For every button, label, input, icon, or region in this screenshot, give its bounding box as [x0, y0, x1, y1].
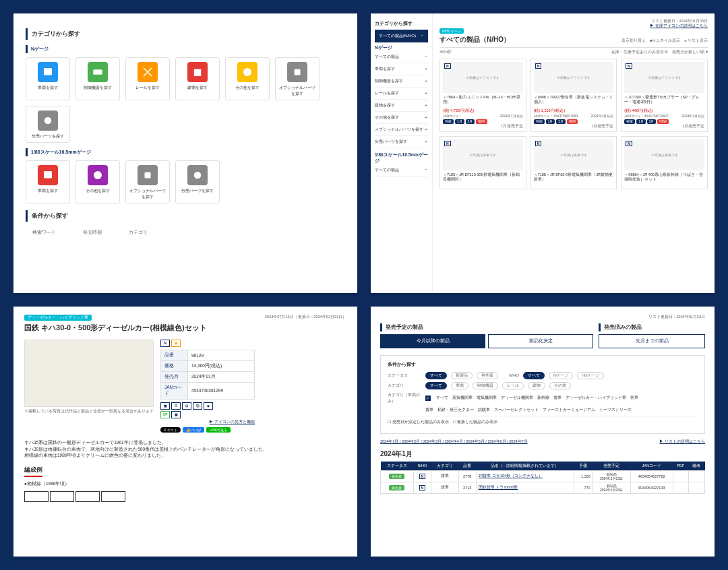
cat-other[interactable]: その他を探す [225, 57, 270, 100]
controller-icon [88, 62, 108, 82]
tab-decided[interactable]: 製品化決定 [488, 334, 593, 348]
feature-icon: ▣ [160, 402, 170, 410]
list-help-link[interactable]: ▶ リストの説明はこちら [659, 439, 705, 444]
filter-option[interactable]: トーマスシリーズ [599, 407, 632, 413]
category-pill: ディーゼルカー・ハイブリッド車 [24, 315, 92, 321]
cat-ho-optional[interactable]: オプショナルパーツを探す [125, 160, 170, 203]
filter-option[interactable]: 電気機関車 [477, 395, 497, 401]
table-row[interactable]: 再生産 N 貨車2778 JR貨車 コキ104形（コンテナなし） 1,100 新… [381, 470, 705, 482]
formation-sub: ●相模線（1986年頃） [24, 481, 346, 487]
sort-options[interactable]: 在庫・生産予定ありのみ表示 ℞ 発売月が新しい順 ▾ [611, 50, 708, 55]
sidebar-item[interactable]: すべての製品→ [375, 164, 428, 177]
building-icon [187, 62, 208, 82]
filter-pill[interactable]: 新製品 [451, 372, 473, 379]
sidebar-item[interactable]: 車両を探す＋ [375, 63, 428, 75]
filter-pill[interactable]: すべて [425, 382, 447, 389]
parts-icon [287, 62, 307, 82]
filter-pill[interactable]: 再生産 [477, 372, 498, 379]
filter-pill[interactable]: 車両 [451, 382, 468, 389]
section-header: カテゴリから探す [26, 28, 345, 40]
icon-guide-link[interactable]: ▶ アイコンの見方と機能 [160, 420, 255, 424]
sidebar-sub-ho: 1/80スケール16.5mmゲージ [375, 152, 428, 164]
product-card[interactable]: N※写真は実車です ＜98864＞JR 400系山形新幹線（つばさ・登場時塗装）… [621, 136, 708, 189]
product-card[interactable]: N※画像はイラストです ＜JC7260＞密連形TNカプラー（SP・グレー・電連2… [621, 59, 708, 132]
other-icon [237, 62, 257, 82]
tab-past[interactable]: 先月までの製品 [599, 334, 705, 348]
filter-label: N/HO [509, 373, 519, 377]
view-toggle[interactable]: 表示切り替え ■サムネイル表示 ≡ リスト表示 [621, 38, 708, 43]
filter-option[interactable]: ディーゼルカー・ハイブリッド車 [566, 395, 626, 401]
n-icon: N [160, 340, 170, 347]
cat-ho-train[interactable]: 車両を探す [26, 160, 70, 203]
cat-train[interactable]: 車両を探す [26, 57, 70, 100]
filter-check[interactable]: ☐ 発売日が決定した製品のみ表示 [388, 419, 449, 425]
product-card[interactable]: N※画像はイラストです ＜0098＞TR217形台車（新集電システム・2個入） … [530, 59, 617, 132]
sidebar-item[interactable]: その他を探す＋ [375, 112, 428, 124]
filter-pill[interactable]: すべて [425, 372, 447, 379]
filter-option[interactable]: 客車 [630, 395, 638, 401]
share-x[interactable]: X ポスト [160, 427, 181, 433]
icon-help-link[interactable]: ▶ 在庫アイコンの説明はこちら [439, 24, 708, 28]
filter-option[interactable]: 新幹線 [537, 395, 549, 401]
filter-option[interactable]: 私鉄・第三セクター [437, 407, 474, 413]
svg-rect-2 [194, 69, 202, 77]
category-badge: N/HOゲージ [439, 28, 464, 34]
sidebar-item[interactable]: 建物を探す＋ [375, 100, 428, 112]
product-grid: N※画像はイラストです ＜7864＞動力ユニットFW（M−13・HC85系用） … [439, 59, 708, 189]
filter-pill[interactable]: レール [502, 382, 524, 389]
filter-labels: 検索ワード 発売時期 カテゴリ [26, 227, 345, 239]
product-card[interactable]: N※画像はイラストです ＜7864＞動力ユニットFW（M−13・HC85系用） … [439, 59, 526, 132]
product-image [24, 340, 154, 407]
sidebar-item[interactable]: 制御機器を探す＋ [375, 75, 428, 88]
filter-option[interactable]: 電車 [553, 395, 562, 401]
checkbox[interactable] [425, 395, 431, 401]
main-content: リスト更新日：2024年01月03日 ▶ 在庫アイコンの説明はこちら N/HOゲ… [433, 13, 715, 293]
table-row[interactable]: 再生産 N 貨車2713 国鉄貨車 トラ70000形 770 新製品 2024年… [381, 482, 705, 493]
filter-option[interactable]: 貨車 [425, 407, 433, 413]
cat-ho-other[interactable]: その他を探す [75, 160, 120, 203]
tab-current[interactable]: 今月以降の製品 [380, 334, 485, 348]
filter-option[interactable]: 蒸気機関車 [452, 395, 473, 401]
feature-icon: ⊡ [182, 402, 191, 410]
filter-option[interactable]: 試験車 [478, 407, 490, 413]
filter-option[interactable]: スーパーセレクトセット [494, 407, 539, 413]
filter-pill[interactable]: 制御機器 [473, 382, 498, 389]
sidebar-item[interactable]: レールを探す＋ [375, 88, 428, 100]
cat-controller[interactable]: 制御機器を探す [75, 57, 120, 100]
train-icon [38, 62, 58, 82]
sidebar-item[interactable]: オプショナルパーツを探す＋ [375, 124, 428, 136]
product-card[interactable]: N※写真は実車です ＜7188＞JR EF65-0形電気機関車（JR貨物更新車） [530, 136, 617, 189]
release-tabs: 発売予定の製品 今月以降の製品 製品化決定 発売済みの製品 先月までの製品 [380, 323, 705, 348]
filter-pill[interactable]: Nゲージ [549, 372, 573, 379]
filter-box: 条件から探す ステータス すべて 新製品 再生産 N/HO すべて Nゲージ H… [380, 355, 705, 434]
month-nav[interactable]: 2024年1月 / 2024年2月 / 2024年3月 / 2024年4月 / … [380, 439, 528, 444]
parts-icon [138, 165, 158, 185]
svg-rect-0 [44, 68, 52, 75]
sidebar-item[interactable]: 分売パーツを探す＋ [375, 136, 428, 148]
cat-sep-parts[interactable]: 分売パーツを探す [26, 106, 70, 143]
subsection-ngauge: Nゲージ [26, 45, 345, 53]
filter-header: 条件から探す [388, 361, 698, 368]
cat-ho-sep[interactable]: 分売パーツを探す [175, 160, 220, 203]
product-card[interactable]: N※写真は実車です ＜7185＞JR EF210-300形電気機関車（新鶴見機関… [439, 136, 526, 189]
filter-pill[interactable]: 建物 [528, 382, 545, 389]
filter-pill[interactable]: その他 [549, 382, 571, 389]
sidebar-active[interactable]: すべての製品(N/HO)→ [375, 30, 428, 42]
filter-pill[interactable]: HOゲージ [577, 372, 604, 379]
share-line[interactable]: LINEで送る [206, 427, 231, 433]
sidebar-item[interactable]: すべての製品→ [375, 51, 428, 63]
cat-rail[interactable]: レールを探す [125, 57, 170, 100]
filter-option[interactable]: ファーストカーミュージアム [543, 407, 595, 413]
ho-categories: 車両を探す その他を探す オプショナルパーツを探す 分売パーツを探す [26, 160, 345, 203]
cat-optional[interactable]: オプショナルパーツを探す [275, 57, 320, 100]
share-fb[interactable]: 👍いいね! [183, 427, 204, 433]
product-list-panel: カテゴリから探す すべての製品(N/HO)→ Nゲージ すべての製品→ 車両を探… [371, 13, 715, 293]
rail-icon [138, 62, 158, 82]
filter-pill[interactable]: すべて [523, 372, 545, 379]
filter-check[interactable]: ☐ 更新した製品のみ表示 [453, 419, 498, 425]
cat-building[interactable]: 建物を探す [175, 57, 220, 100]
filter-option[interactable]: ディーゼル機関車 [501, 395, 533, 401]
svg-point-9 [194, 172, 202, 179]
svg-point-7 [94, 171, 102, 179]
update-date: リスト更新日：2024年01月23日 [380, 315, 705, 319]
